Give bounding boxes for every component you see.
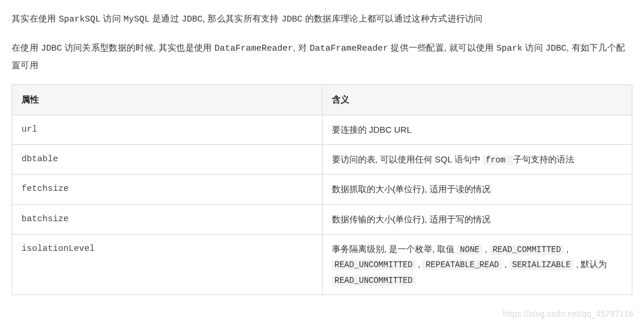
table-row: dbtable 要访问的表, 可以使用任何 SQL 语句中 from 子句支持的… [12, 144, 632, 175]
header-meaning: 含义 [322, 85, 632, 115]
cell-desc: 数据传输的大小(单位行), 适用于写的情况 [322, 204, 632, 234]
text: , [564, 244, 568, 254]
table-row: url 要连接的 JDBC URL [12, 115, 632, 144]
text: 要访问的表, 可以使用任何 SQL 语句中 [332, 154, 483, 164]
text: 要连接的 JDBC URL [332, 125, 412, 134]
text-mono: DataFrameReader [214, 44, 293, 54]
cell-prop: url [12, 115, 323, 144]
text: , [502, 259, 509, 269]
intro-paragraph-1: 其实在使用 SparkSQL 访问 MySQL 是通过 JDBC, 那么其实所有… [12, 10, 632, 28]
text: 的数据库理论上都可以通过这种方式进行访问 [302, 13, 482, 23]
text-mono: DataFrameReader [310, 44, 388, 54]
table-row: batchsize 数据传输的大小(单位行), 适用于写的情况 [12, 204, 632, 234]
text: , 对 [293, 42, 310, 52]
code: READ_COMMITTED [489, 244, 564, 255]
cell-prop: isolationLevel [12, 234, 323, 295]
text: , [482, 244, 490, 254]
text: 子句支持的语法 [513, 154, 574, 164]
cell-desc: 事务隔离级别, 是一个枚举, 取值 NONE , READ_COMMITTED … [322, 234, 632, 295]
text: 访问 [523, 42, 546, 52]
code: NONE [457, 244, 482, 255]
text-mono: SparkSQL [59, 15, 101, 24]
text: 访问关系型数据的时候, 其实也是使用 [62, 42, 214, 52]
table-row: isolationLevel 事务隔离级别, 是一个枚举, 取值 NONE , … [12, 234, 632, 295]
cell-prop: dbtable [12, 144, 323, 175]
text-mono: MySQL [124, 15, 150, 24]
text: , 默认为 [574, 259, 607, 269]
code: from [483, 155, 513, 165]
cell-desc: 要访问的表, 可以使用任何 SQL 语句中 from 子句支持的语法 [322, 144, 632, 175]
text-mono: JDBC [181, 15, 202, 24]
cell-prop: batchsize [12, 204, 323, 234]
header-property: 属性 [12, 85, 323, 115]
text: 数据传输的大小(单位行), 适用于写的情况 [332, 214, 491, 224]
cell-prop: fetchsize [12, 175, 323, 204]
code: READ_UNCOMMITTED [332, 275, 416, 286]
text-mono: JDBC [281, 15, 302, 24]
cell-desc: 要连接的 JDBC URL [322, 115, 632, 144]
table-row: fetchsize 数据抓取的大小(单位行), 适用于读的情况 [12, 175, 632, 204]
intro-paragraph-2: 在使用 JDBC 访问关系型数据的时候, 其实也是使用 DataFrameRea… [12, 40, 632, 73]
config-table: 属性 含义 url 要连接的 JDBC URL dbtable 要访问的表, 可… [12, 84, 632, 295]
code: REPEATABLE_READ [423, 260, 502, 270]
text: , [416, 259, 423, 269]
code: READ_UNCOMMITTED [332, 260, 416, 270]
text-mono: JDBC [41, 44, 62, 54]
text: 其实在使用 [12, 13, 59, 23]
text-mono: JDBC [546, 44, 567, 54]
text: , 那么其实所有支持 [202, 13, 281, 23]
text: 数据抓取的大小(单位行), 适用于读的情况 [332, 184, 491, 194]
text: 是通过 [150, 13, 182, 23]
text-mono: Spark [496, 44, 523, 54]
text: 在使用 [12, 42, 41, 52]
text: 提供一些配置, 就可以使用 [388, 42, 496, 52]
text: 访问 [101, 13, 124, 23]
cell-desc: 数据抓取的大小(单位行), 适用于读的情况 [322, 175, 632, 204]
table-header-row: 属性 含义 [12, 85, 632, 115]
text: 事务隔离级别, 是一个枚举, 取值 [332, 244, 457, 254]
code: SERIALIZABLE [509, 260, 574, 270]
